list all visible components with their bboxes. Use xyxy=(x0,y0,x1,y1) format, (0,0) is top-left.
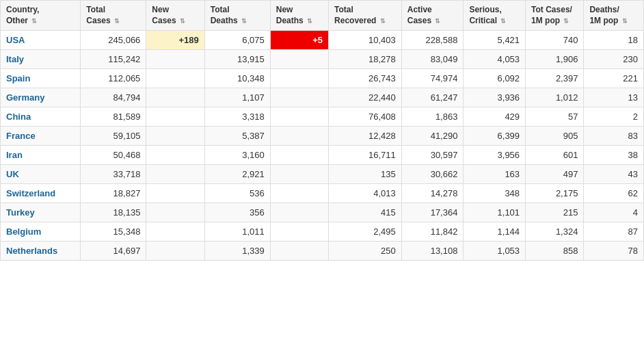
header-total-deaths[interactable]: TotalDeaths ⇅ xyxy=(204,1,270,31)
country-link[interactable]: Netherlands xyxy=(6,246,57,256)
cell-tot-cases-1m: 1,012 xyxy=(526,88,584,107)
sort-icon-total-recovered: ⇅ xyxy=(380,18,386,26)
sort-icon-deaths-1m: ⇅ xyxy=(622,18,628,26)
header-total-recovered[interactable]: TotalRecovered ⇅ xyxy=(329,1,402,31)
cell-total-cases: 33,718 xyxy=(81,165,146,184)
cell-serious: 163 xyxy=(464,165,526,184)
cell-tot-cases-1m: 740 xyxy=(526,31,584,50)
cell-new-deaths xyxy=(270,184,328,203)
cell-serious: 3,956 xyxy=(464,146,526,165)
cell-tot-cases-1m: 57 xyxy=(526,107,584,127)
cell-total-recovered: 2,495 xyxy=(329,222,402,242)
cell-total-cases: 14,697 xyxy=(81,242,146,261)
cell-new-deaths xyxy=(270,50,328,69)
cell-country: China xyxy=(1,107,81,127)
cell-deaths-1m: 221 xyxy=(584,69,644,88)
cell-total-deaths: 1,339 xyxy=(204,242,270,261)
country-link[interactable]: UK xyxy=(6,169,19,179)
cell-new-deaths xyxy=(270,146,328,165)
cell-deaths-1m: 18 xyxy=(584,31,644,50)
header-tot-cases-1m[interactable]: Tot Cases/1M pop ⇅ xyxy=(526,1,584,31)
cell-new-cases xyxy=(146,50,204,69)
cell-total-recovered: 135 xyxy=(329,165,402,184)
country-link[interactable]: Switzerland xyxy=(6,188,55,198)
header-total-cases[interactable]: TotalCases ⇅ xyxy=(81,1,146,31)
cell-new-deaths xyxy=(270,88,328,107)
cell-new-cases xyxy=(146,69,204,88)
cell-serious: 4,053 xyxy=(464,50,526,69)
cell-total-recovered: 4,013 xyxy=(329,184,402,203)
cell-new-cases xyxy=(146,184,204,203)
country-link[interactable]: Iran xyxy=(6,150,23,160)
cell-country: Belgium xyxy=(1,222,81,242)
cell-tot-cases-1m: 1,906 xyxy=(526,50,584,69)
cell-total-deaths: 6,075 xyxy=(204,31,270,50)
country-link[interactable]: Italy xyxy=(6,54,24,64)
cell-total-deaths: 356 xyxy=(204,203,270,222)
cell-deaths-1m: 83 xyxy=(584,127,644,146)
cell-active-cases: 11,842 xyxy=(401,222,464,242)
cell-serious: 6,399 xyxy=(464,127,526,146)
cell-active-cases: 30,597 xyxy=(401,146,464,165)
cell-total-cases: 15,348 xyxy=(81,222,146,242)
table-header-row: Country,Other ⇅ TotalCases ⇅ NewCases ⇅ … xyxy=(1,1,644,31)
sort-icon-total-cases: ⇅ xyxy=(114,18,120,26)
sort-icon-serious: ⇅ xyxy=(500,18,506,26)
country-link[interactable]: USA xyxy=(6,35,25,45)
cell-total-deaths: 3,160 xyxy=(204,146,270,165)
cell-total-deaths: 3,318 xyxy=(204,107,270,127)
cell-country: Netherlands xyxy=(1,242,81,261)
header-active-cases[interactable]: ActiveCases ⇅ xyxy=(401,1,464,31)
cell-new-cases: +189 xyxy=(146,31,204,50)
cell-total-deaths: 10,348 xyxy=(204,69,270,88)
country-link[interactable]: Germany xyxy=(6,92,44,103)
cell-new-cases xyxy=(146,165,204,184)
country-link[interactable]: France xyxy=(6,131,36,141)
country-link[interactable]: Belgium xyxy=(6,226,41,237)
cell-total-cases: 115,242 xyxy=(81,50,146,69)
cell-serious: 1,101 xyxy=(464,203,526,222)
cell-deaths-1m: 78 xyxy=(584,242,644,261)
cell-active-cases: 17,364 xyxy=(401,203,464,222)
table-row: France59,1055,38712,42841,2906,39990583 xyxy=(1,127,644,146)
cell-serious: 6,092 xyxy=(464,69,526,88)
cell-country: France xyxy=(1,127,81,146)
cell-serious: 1,053 xyxy=(464,242,526,261)
cell-serious: 3,936 xyxy=(464,88,526,107)
cell-total-recovered: 250 xyxy=(329,242,402,261)
cell-total-cases: 18,827 xyxy=(81,184,146,203)
header-country[interactable]: Country,Other ⇅ xyxy=(1,1,81,31)
header-new-cases[interactable]: NewCases ⇅ xyxy=(146,1,204,31)
header-serious[interactable]: Serious,Critical ⇅ xyxy=(464,1,526,31)
country-link[interactable]: China xyxy=(6,112,31,122)
cell-active-cases: 74,974 xyxy=(401,69,464,88)
cell-active-cases: 83,049 xyxy=(401,50,464,69)
cell-active-cases: 1,863 xyxy=(401,107,464,127)
cell-new-cases xyxy=(146,222,204,242)
country-link[interactable]: Spain xyxy=(6,73,30,83)
header-deaths-1m[interactable]: Deaths/1M pop ⇅ xyxy=(584,1,644,31)
sort-icon-country: ⇅ xyxy=(31,18,37,26)
cell-new-deaths xyxy=(270,165,328,184)
table-row: USA245,066+1896,075+510,403228,5885,4217… xyxy=(1,31,644,50)
cell-total-recovered: 22,440 xyxy=(329,88,402,107)
table-row: Switzerland18,8275364,01314,2783482,1756… xyxy=(1,184,644,203)
cell-total-deaths: 2,921 xyxy=(204,165,270,184)
cell-total-deaths: 536 xyxy=(204,184,270,203)
table-row: Netherlands14,6971,33925013,1081,0538587… xyxy=(1,242,644,261)
cell-total-cases: 81,589 xyxy=(81,107,146,127)
header-new-deaths[interactable]: NewDeaths ⇅ xyxy=(270,1,328,31)
cell-active-cases: 61,247 xyxy=(401,88,464,107)
cell-new-cases xyxy=(146,242,204,261)
cell-active-cases: 41,290 xyxy=(401,127,464,146)
cell-country: Italy xyxy=(1,50,81,69)
cell-new-cases xyxy=(146,88,204,107)
country-link[interactable]: Turkey xyxy=(6,207,35,218)
cell-country: Switzerland xyxy=(1,184,81,203)
sort-icon-new-cases: ⇅ xyxy=(180,18,185,26)
cell-total-recovered: 18,278 xyxy=(329,50,402,69)
cell-deaths-1m: 13 xyxy=(584,88,644,107)
cell-active-cases: 14,278 xyxy=(401,184,464,203)
cell-tot-cases-1m: 858 xyxy=(526,242,584,261)
cell-total-recovered: 10,403 xyxy=(329,31,402,50)
